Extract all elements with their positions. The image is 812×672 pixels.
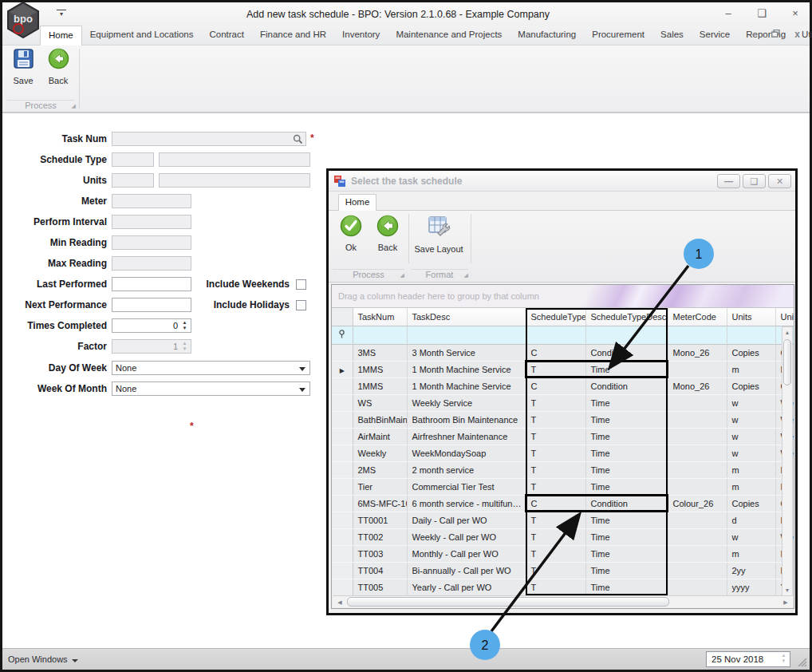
units-code-field[interactable] bbox=[112, 173, 154, 188]
group-dialog-launcher-icon[interactable]: ◢ bbox=[72, 103, 76, 109]
horizontal-scrollbar[interactable]: ◀ ▶ bbox=[333, 595, 793, 607]
include-holidays-checkbox[interactable] bbox=[296, 300, 306, 310]
day-of-week-dropdown[interactable]: None bbox=[112, 361, 310, 375]
dialog-back-button[interactable]: Back bbox=[369, 215, 406, 252]
column-header-units[interactable]: Units bbox=[727, 308, 775, 326]
dialog-minimize-icon[interactable]: — bbox=[717, 174, 740, 188]
dialog-close-icon[interactable]: ✕ bbox=[768, 174, 791, 188]
stepper-arrows-icon[interactable]: ▲▼ bbox=[179, 320, 190, 331]
task-num-field[interactable] bbox=[112, 132, 306, 146]
schedule-type-code-field[interactable] bbox=[112, 152, 154, 167]
task-schedule-row[interactable]: TT003Monthly - Call per WOTTimemMo bbox=[332, 545, 794, 562]
scroll-left-icon[interactable]: ◀ bbox=[334, 597, 345, 607]
group-by-panel[interactable]: Drag a column header here to group by th… bbox=[332, 285, 794, 308]
perform-interval-field[interactable] bbox=[112, 215, 191, 229]
scroll-up-icon[interactable]: ▲ bbox=[782, 327, 792, 338]
task-schedule-row[interactable]: TT002Weekly - Call per WOTTimewWe bbox=[332, 528, 794, 545]
ok-button[interactable]: Ok bbox=[333, 215, 369, 252]
quick-access-customize-icon[interactable]: ▾ bbox=[57, 10, 66, 19]
form-icon bbox=[333, 175, 346, 188]
date-field[interactable]: 25 Nov 2018 ▲▼ bbox=[706, 651, 790, 667]
scrollbar-thumb[interactable] bbox=[783, 339, 791, 385]
save-button[interactable]: Save bbox=[7, 48, 39, 85]
next-performance-field[interactable] bbox=[112, 298, 191, 312]
task-schedule-row[interactable]: BathBinMaintBathroom Bin MaintenanceTTim… bbox=[332, 411, 794, 428]
dialog-maximize-icon[interactable]: ❑ bbox=[743, 174, 766, 188]
save-icon bbox=[13, 48, 34, 69]
scroll-down-icon[interactable]: ▼ bbox=[782, 585, 792, 595]
week-of-month-dropdown[interactable]: None bbox=[112, 381, 310, 396]
column-header-metercode[interactable]: MeterCode bbox=[668, 308, 727, 326]
task-schedule-row[interactable]: TT005Yearly - Call per WOTTimeyyyyYe bbox=[332, 579, 794, 595]
column-header-taskdesc[interactable]: TaskDesc bbox=[407, 308, 526, 326]
back-button[interactable]: Back bbox=[42, 48, 74, 85]
filter-row[interactable] bbox=[332, 326, 794, 344]
group-dialog-launcher-icon[interactable]: ◢ bbox=[400, 272, 404, 279]
task-schedule-row[interactable]: AirMaintAirfreshner MaintenanceTTimewWe bbox=[332, 428, 794, 445]
min-reading-field[interactable] bbox=[112, 235, 191, 250]
dialog-title-bar[interactable]: Select the task schedule — ❑ ✕ bbox=[329, 171, 795, 192]
tab-maintenance-and-projects[interactable]: Maintenance and Projects bbox=[388, 26, 510, 45]
maximize-icon[interactable]: ❑ bbox=[755, 7, 768, 19]
ok-icon bbox=[340, 215, 362, 237]
dialog-tab-strip: Home bbox=[329, 192, 795, 211]
task-schedule-row[interactable]: TT0001Daily - Call per WOTTimedDa bbox=[332, 512, 794, 528]
tab-contract[interactable]: Contract bbox=[201, 26, 251, 45]
tab-home[interactable]: Home bbox=[40, 26, 82, 45]
units-desc-field[interactable] bbox=[159, 173, 310, 188]
task-schedule-row[interactable]: WSWeekly ServiceTTimewWe bbox=[332, 394, 794, 411]
max-reading-field[interactable] bbox=[112, 256, 191, 271]
meter-field[interactable] bbox=[112, 194, 191, 208]
bpo-logo-icon[interactable]: bpo bbox=[5, 2, 41, 38]
task-schedule-row[interactable]: 1MMS1 Month Machine ServiceCConditionMon… bbox=[332, 378, 794, 394]
meter-label: Meter bbox=[5, 196, 107, 207]
include-weekends-checkbox[interactable] bbox=[296, 279, 306, 290]
resize-grip[interactable] bbox=[796, 656, 806, 666]
factor-stepper[interactable]: 1 ▲▼ bbox=[112, 339, 191, 354]
last-performed-field[interactable] bbox=[112, 277, 191, 291]
units-label: Units bbox=[5, 175, 107, 186]
task-schedule-row[interactable]: WeeklyWeekMondaySoapTTimewWe bbox=[332, 445, 794, 461]
ribbon-separator bbox=[471, 214, 471, 263]
title-bar: ▾ Add new task schedule - BPO: Version 2… bbox=[2, 2, 810, 26]
min-reading-label: Min Reading bbox=[5, 237, 107, 248]
tab-finance-and-hr[interactable]: Finance and HR bbox=[252, 26, 334, 45]
tab-sales[interactable]: Sales bbox=[652, 26, 692, 45]
task-schedule-row[interactable]: 3MS3 Month ServiceCConditionMono_26Copie… bbox=[332, 344, 794, 361]
column-header-tasknum[interactable]: TaskNum bbox=[353, 308, 407, 326]
tab-equipment-and-locations[interactable]: Equipment and Locations bbox=[82, 26, 202, 45]
perform-interval-label: Perform Interval bbox=[5, 216, 107, 227]
close-icon[interactable]: × bbox=[789, 7, 802, 19]
mdi-close-icon[interactable]: x bbox=[794, 29, 800, 40]
times-completed-stepper[interactable]: 0 ▲▼ bbox=[112, 318, 191, 333]
back-button-label: Back bbox=[369, 243, 406, 252]
task-schedule-row[interactable]: TierCommercial Tier TestTTimemMo bbox=[332, 478, 794, 495]
minimize-icon[interactable]: – bbox=[722, 7, 735, 19]
schedule-type-desc-field[interactable] bbox=[159, 152, 310, 167]
dialog-tab-home[interactable]: Home bbox=[338, 194, 376, 211]
scroll-right-icon[interactable]: ▶ bbox=[780, 597, 791, 607]
mdi-minimize-icon[interactable]: – bbox=[752, 29, 758, 40]
task-schedule-row-selected[interactable]: ▶1MMS1 Month Machine ServiceTTimemMo bbox=[332, 361, 794, 378]
include-holidays-label: Include Holidays bbox=[187, 299, 290, 310]
task-schedule-row[interactable]: TT004Bi-annually - Call per WOTTime2yyBi… bbox=[332, 562, 794, 579]
column-header-unitsdesc[interactable]: UnitsD bbox=[775, 308, 794, 326]
factor-label: Factor bbox=[5, 341, 107, 352]
scrollbar-thumb[interactable] bbox=[347, 597, 669, 607]
mdi-restore-icon[interactable] bbox=[771, 29, 780, 40]
tab-inventory[interactable]: Inventory bbox=[334, 26, 388, 45]
tab-procurement[interactable]: Procurement bbox=[584, 26, 652, 45]
task-schedule-row[interactable]: 2MS2 month serviceTTimemMo bbox=[332, 461, 794, 478]
save-layout-button[interactable]: Save Layout bbox=[411, 215, 467, 254]
date-stepper-arrows-icon[interactable]: ▲▼ bbox=[778, 653, 789, 664]
open-windows-button[interactable]: Open Windows bbox=[8, 654, 78, 664]
search-icon[interactable] bbox=[293, 134, 303, 144]
tab-service[interactable]: Service bbox=[692, 26, 738, 45]
tab-manufacturing[interactable]: Manufacturing bbox=[510, 26, 584, 45]
vertical-scrollbar[interactable]: ▲ ▼ bbox=[782, 326, 793, 596]
column-header-scheduletypedesc[interactable]: ScheduleTypeDesc bbox=[585, 308, 668, 326]
task-schedule-row[interactable]: 6MS-MFC-1006 month service - multifun…CC… bbox=[332, 495, 794, 512]
column-header-scheduletype[interactable]: ScheduleType bbox=[526, 308, 585, 326]
stepper-arrows-icon: ▲▼ bbox=[179, 341, 190, 352]
group-dialog-launcher-icon[interactable]: ◢ bbox=[464, 272, 468, 279]
